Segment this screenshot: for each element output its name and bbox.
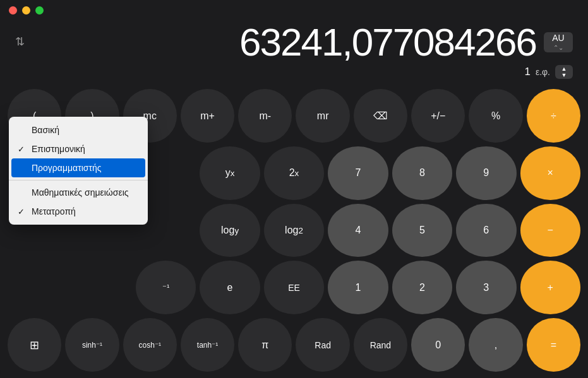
eight-button[interactable]: 8 [392, 146, 452, 200]
cosh-inv-button[interactable]: cosh⁻¹ [123, 318, 177, 372]
log2-button[interactable]: log2 [264, 204, 324, 257]
display-area: ⇅ 63241,077084266 AU ⌃⌄ 1 ε.φ. ▲ ▼ [0, 21, 588, 85]
close-button[interactable] [9, 6, 17, 15]
logy-button[interactable]: logy [200, 204, 260, 257]
two-button[interactable]: 2 [392, 261, 452, 314]
nine-button[interactable]: 9 [456, 146, 516, 200]
conversion-checkmark: ✓ [18, 207, 25, 216]
m-minus-button[interactable]: m- [238, 89, 292, 143]
dropdown-menu: Βασική ✓ Επιστημονική Προγραμματιστής Μα… [9, 117, 148, 225]
main-display: ⇅ 63241,077084266 AU ⌃⌄ [15, 21, 573, 64]
display-value: 63241,077084266 [31, 21, 536, 64]
basic-label: Βασική [32, 125, 59, 135]
decimal-display: 1 ε.φ. ▲ ▼ [15, 64, 573, 83]
plus-minus-button[interactable]: +/− [411, 89, 465, 143]
button-row-4: ⁻¹ e EE 1 2 3 + [8, 261, 580, 314]
seven-button[interactable]: 7 [328, 146, 388, 200]
unit-arrows: ⌃⌄ [553, 44, 563, 51]
scientific-label: Επιστημονική [32, 144, 85, 154]
maximize-button[interactable] [35, 6, 44, 15]
m-plus-button[interactable]: m+ [181, 89, 234, 143]
tanh-inv-button[interactable]: tanh⁻¹ [181, 318, 234, 372]
menu-item-basic[interactable]: Βασική [9, 121, 148, 139]
decimal-selector[interactable]: ▲ ▼ [555, 65, 573, 79]
six-button[interactable]: 6 [456, 204, 516, 257]
equals-button[interactable]: = [527, 318, 580, 372]
ee-button[interactable]: EE [264, 261, 324, 314]
multiply-button[interactable]: × [520, 146, 580, 200]
add-button[interactable]: + [520, 261, 580, 314]
scientific-checkmark: ✓ [18, 145, 25, 154]
title-bar [0, 0, 588, 21]
subtract-button[interactable]: − [520, 204, 580, 257]
three-button[interactable]: 3 [456, 261, 516, 314]
e-button[interactable]: e [200, 261, 260, 314]
pi-button[interactable]: π [238, 318, 292, 372]
buttons-area: ( ) mc m+ m- mr ⌫ +/− % ÷ yx 2x 7 8 9 × [0, 85, 588, 378]
sort-icon[interactable]: ⇅ [15, 33, 23, 51]
decimal-value: 1 [524, 66, 530, 78]
menu-item-math-notes[interactable]: Μαθηματικές σημειώσεις [9, 183, 148, 202]
four-button[interactable]: 4 [328, 204, 388, 257]
unit-label: AU [552, 33, 564, 43]
mr-button[interactable]: mr [296, 89, 349, 143]
decimal-label: ε.φ. [536, 67, 550, 77]
rand-button[interactable]: Rand [354, 318, 407, 372]
menu-button[interactable]: ⊞ [8, 318, 61, 372]
decimal-up-arrow: ▲ [561, 66, 567, 72]
conversion-label: Μετατροπή [32, 206, 76, 216]
percent-button[interactable]: % [469, 89, 522, 143]
one-button[interactable]: 1 [328, 261, 388, 314]
zero-button[interactable]: 0 [411, 318, 465, 372]
rad-button[interactable]: Rad [296, 318, 349, 372]
decimal-button[interactable]: , [469, 318, 522, 372]
yx-button[interactable]: yx [200, 146, 260, 200]
minimize-button[interactable] [22, 6, 30, 15]
decimal-down-arrow: ▼ [561, 72, 567, 78]
math-notes-label: Μαθηματικές σημειώσεις [32, 187, 129, 198]
2x-button[interactable]: 2x [264, 146, 324, 200]
sinh-inv-button[interactable]: sinh⁻¹ [65, 318, 119, 372]
divide-button[interactable]: ÷ [527, 89, 580, 143]
unit-selector[interactable]: AU ⌃⌄ [544, 32, 573, 52]
menu-item-programmer[interactable]: Προγραμματιστής [11, 158, 145, 177]
menu-item-scientific[interactable]: ✓ Επιστημονική [9, 139, 148, 158]
programmer-label: Προγραμματιστής [32, 163, 102, 173]
five-button[interactable]: 5 [392, 204, 452, 257]
button-row-5: ⊞ sinh⁻¹ cosh⁻¹ tanh⁻¹ π Rad Rand 0 , = [8, 318, 580, 372]
inv-button[interactable]: ⁻¹ [136, 261, 196, 314]
menu-item-conversion[interactable]: ✓ Μετατροπή [9, 202, 148, 221]
backspace-button[interactable]: ⌫ [354, 89, 407, 143]
menu-divider [9, 180, 148, 180]
calculator-window: ⇅ 63241,077084266 AU ⌃⌄ 1 ε.φ. ▲ ▼ ( ) m… [0, 0, 588, 378]
